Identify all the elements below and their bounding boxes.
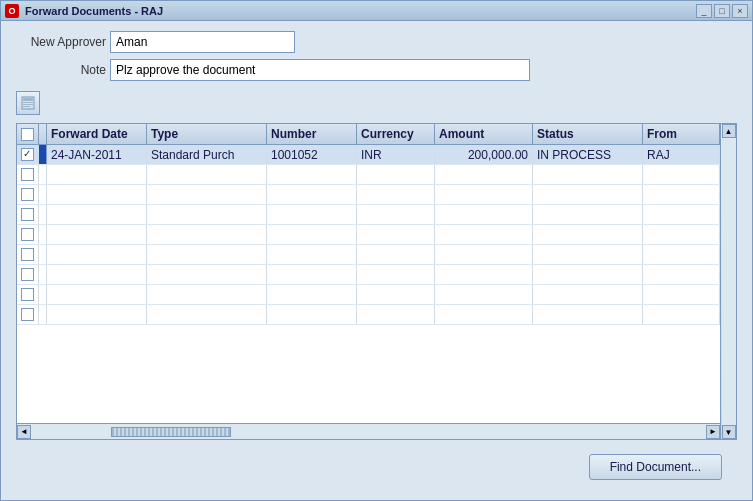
minimize-button[interactable]: _ [696, 4, 712, 18]
row-checkbox[interactable] [21, 188, 34, 201]
hscroll-track[interactable] [31, 425, 706, 439]
cell-status [533, 165, 643, 184]
cell-status [533, 245, 643, 264]
row-indicator [39, 185, 47, 204]
row-checkbox[interactable] [21, 168, 34, 181]
table-row[interactable] [17, 185, 720, 205]
title-bar: O Forward Documents - RAJ _ □ × [1, 1, 752, 21]
row-check [17, 205, 39, 224]
col-header-forward-date: Forward Date [47, 124, 147, 144]
cell-currency [357, 185, 435, 204]
header-check-col [17, 124, 39, 144]
row-checkbox[interactable] [21, 148, 34, 161]
row-indicator [39, 305, 47, 324]
bottom-toolbar: Find Document... [16, 446, 737, 490]
toolbar-icon [21, 96, 35, 110]
cell-type [147, 285, 267, 304]
cell-amount [435, 265, 533, 284]
header-indicator-col [39, 124, 47, 144]
hscroll-thumb[interactable] [111, 427, 231, 437]
approver-input[interactable] [110, 31, 295, 53]
table-row[interactable] [17, 245, 720, 265]
cell-type [147, 225, 267, 244]
scroll-up-button[interactable]: ▲ [722, 124, 736, 138]
row-check [17, 165, 39, 184]
cell-amount [435, 305, 533, 324]
find-document-button[interactable]: Find Document... [589, 454, 722, 480]
row-check [17, 245, 39, 264]
table-row[interactable]: 24-JAN-2011 Standard Purch 1001052 INR 2… [17, 145, 720, 165]
row-check[interactable] [17, 145, 39, 164]
cell-from [643, 205, 720, 224]
col-header-number: Number [267, 124, 357, 144]
cell-from [643, 185, 720, 204]
cell-number [267, 225, 357, 244]
cell-from [643, 245, 720, 264]
cell-currency [357, 245, 435, 264]
note-input[interactable] [110, 59, 530, 81]
approver-row: New Approver [16, 31, 737, 53]
cell-number [267, 205, 357, 224]
table-row[interactable] [17, 265, 720, 285]
header-checkbox[interactable] [21, 128, 34, 141]
table-row[interactable] [17, 285, 720, 305]
cell-forward-date [47, 225, 147, 244]
row-indicator [39, 245, 47, 264]
cell-type [147, 265, 267, 284]
scroll-left-button[interactable]: ◄ [17, 425, 31, 439]
row-checkbox[interactable] [21, 288, 34, 301]
table-row[interactable] [17, 225, 720, 245]
toolbar-action-button[interactable] [16, 91, 40, 115]
cell-from [643, 225, 720, 244]
cell-status [533, 185, 643, 204]
row-check [17, 305, 39, 324]
row-check [17, 225, 39, 244]
cell-type [147, 245, 267, 264]
cell-number [267, 285, 357, 304]
row-checkbox[interactable] [21, 208, 34, 221]
approver-label: New Approver [16, 35, 106, 49]
cell-amount [435, 285, 533, 304]
table-with-scroll: Forward Date Type Number Currency Amount… [17, 124, 736, 439]
horizontal-scrollbar[interactable]: ◄ ► [17, 423, 720, 439]
cell-currency: INR [357, 145, 435, 164]
close-button[interactable]: × [732, 4, 748, 18]
cell-amount [435, 245, 533, 264]
scroll-right-button[interactable]: ► [706, 425, 720, 439]
scroll-down-button[interactable]: ▼ [722, 425, 736, 439]
cell-type: Standard Purch [147, 145, 267, 164]
row-indicator [39, 205, 47, 224]
svg-rect-3 [23, 104, 33, 105]
table-row[interactable] [17, 165, 720, 185]
cell-forward-date [47, 245, 147, 264]
vertical-scrollbar[interactable]: ▲ ▼ [720, 124, 736, 439]
svg-rect-2 [23, 102, 33, 103]
row-checkbox[interactable] [21, 268, 34, 281]
cell-status [533, 225, 643, 244]
cell-from [643, 305, 720, 324]
cell-amount: 200,000.00 [435, 145, 533, 164]
table-row[interactable] [17, 305, 720, 325]
col-header-amount: Amount [435, 124, 533, 144]
cell-number [267, 265, 357, 284]
row-checkbox[interactable] [21, 228, 34, 241]
row-checkbox[interactable] [21, 308, 34, 321]
cell-amount [435, 205, 533, 224]
cell-number [267, 305, 357, 324]
cell-status [533, 285, 643, 304]
cell-currency [357, 205, 435, 224]
cell-number [267, 165, 357, 184]
toolbar [16, 91, 737, 115]
cell-forward-date [47, 305, 147, 324]
maximize-button[interactable]: □ [714, 4, 730, 18]
cell-status [533, 205, 643, 224]
vscroll-track[interactable] [722, 138, 736, 425]
col-header-status: Status [533, 124, 643, 144]
table-row[interactable] [17, 205, 720, 225]
row-check [17, 265, 39, 284]
cell-from: RAJ [643, 145, 720, 164]
cell-forward-date [47, 205, 147, 224]
row-indicator [39, 285, 47, 304]
row-checkbox[interactable] [21, 248, 34, 261]
cell-type [147, 165, 267, 184]
